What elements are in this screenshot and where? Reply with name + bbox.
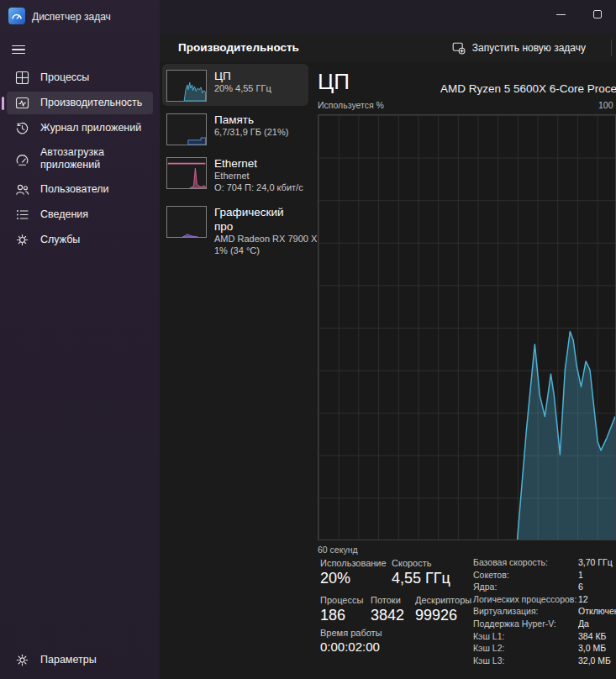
detail-value: 32,0 МБ [578,655,611,666]
panel-title: Ethernet [214,156,305,171]
detail-label: Ядра: [473,582,497,592]
page-title: Производительность [178,41,299,54]
sidebar-item-label: Автозагрузка приложений [40,146,145,171]
detail-row: Поддержка Hyper-V:Да [473,618,616,631]
panel-cpu[interactable]: ЦП 20% 4,55 ГГц [162,64,308,106]
cpu-mini-chart [166,70,207,102]
detail-label: Базовая скорость: [473,557,548,567]
users-icon [15,182,29,197]
handles-label: Дескрипторы [415,595,471,605]
speed-label: Скорость [392,558,432,568]
detail-label: Логических процессоров: [473,594,577,604]
history-icon [15,121,29,135]
detail-row: Ядра:6 [473,582,616,594]
sidebar-item-label: Службы [40,234,80,246]
processes-value: 186 [320,607,345,624]
sidebar-item-startup-apps[interactable]: Автозагрузка приложений [7,142,153,176]
panel-subtitle: AMD Radeon RX 7900 X [214,234,305,245]
sidebar-item-performance[interactable]: Производительность [7,92,153,114]
cpu-usage-graph [319,115,615,540]
content-header: Производительность Запустить новую задач… [160,34,616,62]
panel-subtitle: Ethernet [214,171,305,182]
minimize-icon [556,14,566,15]
detail-label: Сокетов: [473,570,509,580]
detail-label: Кэш L1: [473,631,504,641]
sidebar-item-users[interactable]: Пользователи [7,178,153,201]
memory-mini-chart [166,113,207,145]
panel-gpu[interactable]: Графический про AMD Radeon RX 7900 X 1% … [162,200,308,261]
threads-value: 3842 [371,607,404,624]
cpu-section-title: ЦП [318,69,350,95]
speed-value: 4,55 ГГц [392,570,450,587]
gpu-mini-chart [166,206,207,238]
sidebar-item-label: Журнал приложений [40,122,141,134]
detail-label: Виртуализация: [473,606,539,616]
run-new-task-button[interactable]: Запустить новую задачу [444,37,594,59]
sidebar-item-label: Пользователи [40,183,109,196]
maximize-button[interactable] [579,0,616,29]
details-icon [15,208,29,222]
detail-value: 12 [578,594,588,604]
performance-icon [15,96,29,110]
header-divider [611,39,612,56]
detail-row: Кэш L2:3,0 МБ [473,643,616,655]
gear-icon [15,653,29,667]
startup-icon [15,152,29,166]
detail-label: Кэш L3: [473,655,504,666]
panel-title: Память [214,113,305,127]
handles-value: 99926 [415,607,457,624]
cpu-model-name: AMD Ryzen 5 5600X 6-Core Processo [440,82,616,95]
chart-axis-label-utilization: Используется % [318,100,384,110]
performance-panel-list: ЦП 20% 4,55 ГГц Память 6,7/31,9 ГБ (21%)… [162,64,308,263]
cpu-usage-chart [318,114,616,540]
sidebar-settings: Параметры [0,646,160,674]
detail-value: Отключен [578,606,616,616]
panel-memory[interactable]: Память 6,7/31,9 ГБ (21%) [162,108,308,150]
chart-axis-label-max: 100 [598,100,613,110]
sidebar-nav: Процессы Производительность Журнал прило… [0,64,160,254]
panel-subtitle2: О: 704 П: 24,0 кбит/с [214,182,305,194]
processes-label: Процессы [320,595,363,605]
sidebar-item-label: Сведения [40,208,88,221]
detail-row: Кэш L1:384 КБ [473,631,616,644]
panel-ethernet[interactable]: Ethernet Ethernet О: 704 П: 24,0 кбит/с [162,151,308,198]
settings-label: Параметры [40,654,97,666]
settings-button[interactable]: Параметры [7,649,153,671]
task-manager-app-icon [8,8,25,24]
sidebar-item-processes[interactable]: Процессы [7,66,153,89]
detail-value: Да [578,618,589,629]
sidebar-item-label: Производительность [40,97,142,109]
uptime-value: 0:00:02:00 [320,640,380,654]
detail-row: Сокетов:1 [473,570,616,582]
detail-row: Виртуализация:Отключен [473,606,616,618]
usage-value: 20% [320,570,350,587]
detail-value: 384 КБ [578,631,606,641]
detail-row: Логических процессоров:12 [473,594,616,607]
detail-row: Кэш L3:32,0 МБ [473,655,616,668]
panel-subtitle: 6,7/31,9 ГБ (21%) [214,127,305,139]
detail-label: Поддержка Hyper-V: [473,618,556,629]
detail-value: 3,70 ГГц [578,557,613,567]
task-manager-window: Диспетчер задач Процессы Производительно… [0,0,616,679]
usage-label: Использование [320,558,387,568]
menu-toggle-button[interactable] [7,37,37,62]
panel-title: Графический про [214,205,305,234]
sidebar-item-app-history[interactable]: Журнал приложений [7,117,153,139]
detail-row: Базовая скорость:3,70 ГГц [473,557,616,570]
panel-title: ЦП [214,69,305,83]
detail-value: 1 [578,570,583,580]
minimize-button[interactable] [542,0,579,29]
new-task-icon [452,41,466,55]
maximize-icon [593,10,602,18]
processes-icon [15,71,29,85]
services-icon [15,233,29,247]
sidebar-item-label: Процессы [40,71,89,84]
uptime-label: Время работы [320,628,382,638]
sidebar-item-details[interactable]: Сведения [7,203,153,226]
detail-label: Кэш L2: [473,643,504,653]
detail-value: 6 [578,582,583,592]
threads-label: Потоки [371,595,401,605]
chart-axis-label-window: 60 секунд [318,545,358,555]
panel-subtitle: 20% 4,55 ГГц [214,83,305,95]
sidebar-item-services[interactable]: Службы [7,229,153,251]
